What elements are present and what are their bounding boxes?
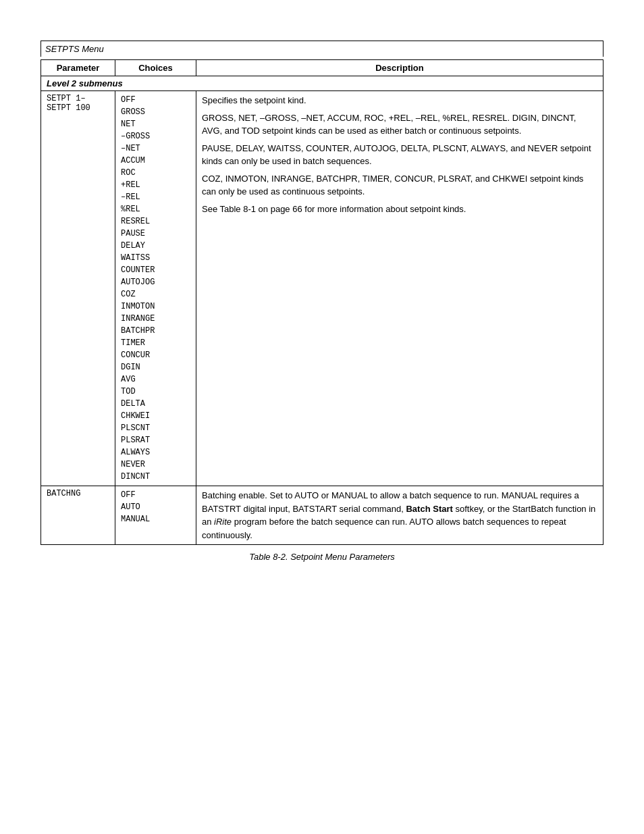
- setpts-table: Parameter Choices Description Level 2 su…: [41, 59, 603, 545]
- italic-irite: iRite: [214, 517, 232, 527]
- level2-label: Level 2 submenus: [41, 76, 603, 91]
- bold-batch-start: Batch Start: [406, 504, 452, 514]
- choices-setpt: OFF GROSS NET –GROSS –NET ACCUM ROC +REL…: [115, 91, 196, 486]
- desc-setpt-p4: COZ, INMOTON, INRANGE, BATCHPR, TIMER, C…: [202, 172, 597, 199]
- desc-setpt-p3: PAUSE, DELAY, WAITSS, COUNTER, AUTOJOG, …: [202, 142, 597, 168]
- page-content: SETPTS Menu Parameter Choices Descriptio…: [41, 41, 603, 562]
- desc-setpt-p5: See Table 8-1 on page 66 for more inform…: [202, 203, 597, 216]
- param-setpt: SETPT 1–SETPT 100: [41, 91, 115, 486]
- choices-batchng: OFF AUTO MANUAL: [115, 486, 196, 545]
- desc-batchng: Batching enable. Set to AUTO or MANUAL t…: [196, 486, 603, 545]
- desc-setpt: Specifies the setpoint kind. GROSS, NET,…: [196, 91, 603, 486]
- col-choices: Choices: [115, 60, 196, 76]
- table-row: SETPT 1–SETPT 100 OFF GROSS NET –GROSS –…: [41, 91, 603, 486]
- table-title: SETPTS Menu: [41, 41, 603, 57]
- table-header-row: Parameter Choices Description: [41, 60, 603, 76]
- desc-setpt-p1: Specifies the setpoint kind.: [202, 94, 597, 107]
- table-row: BATCHNG OFF AUTO MANUAL Batching enable.…: [41, 486, 603, 545]
- col-description: Description: [196, 60, 603, 76]
- table-caption: Table 8-2. Setpoint Menu Parameters: [41, 552, 603, 562]
- level2-submenus-row: Level 2 submenus: [41, 76, 603, 91]
- param-batchng: BATCHNG: [41, 486, 115, 545]
- col-parameter: Parameter: [41, 60, 115, 76]
- page-wrapper: SETPTS Menu Parameter Choices Descriptio…: [41, 41, 603, 834]
- desc-batchng-text: Batching enable. Set to AUTO or MANUAL t…: [202, 489, 597, 542]
- desc-setpt-p2: GROSS, NET, –GROSS, –NET, ACCUM, ROC, +R…: [202, 111, 597, 138]
